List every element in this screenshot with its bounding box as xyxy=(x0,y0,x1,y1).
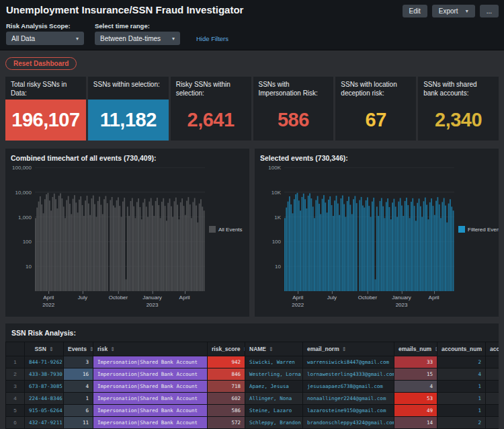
column-header-name[interactable]: NAME⇕ xyxy=(245,342,303,356)
cell-accounts-num[interactable]: 2 xyxy=(437,356,486,368)
cell-emails-num[interactable]: 15 xyxy=(394,368,437,381)
cell-events[interactable]: 4 xyxy=(64,381,93,393)
cell-risk-score[interactable]: 572 xyxy=(208,417,245,429)
column-header-label: email_norm xyxy=(307,346,339,352)
cell-accounts-num[interactable]: 1 xyxy=(437,405,486,417)
cell-emails-num[interactable]: 49 xyxy=(394,405,437,417)
kpi-ssns-within-selection[interactable]: SSNs within selection: 11,182 xyxy=(88,77,169,141)
cell-emails-num[interactable]: 14 xyxy=(394,417,437,429)
cell-events[interactable]: 6 xyxy=(64,405,93,417)
sort-icon[interactable]: ⇕ xyxy=(434,346,437,352)
cell-risk-score[interactable]: 942 xyxy=(208,356,245,368)
cell-risk-score[interactable]: 846 xyxy=(208,368,245,381)
cell-email-norm[interactable]: warrensiwicki8447@gmail.com xyxy=(303,356,394,368)
sort-icon[interactable]: ⇕ xyxy=(89,346,93,352)
cell-risk[interactable]: Impersonation|Shared Bank Account xyxy=(93,368,208,381)
column-header-emails_num[interactable]: emails_num⇕ xyxy=(394,342,437,356)
cell-email-norm[interactable]: lazarosteine9150@gmail.com xyxy=(303,405,394,417)
column-header-email_norm[interactable]: email_norm⇕ xyxy=(303,342,394,356)
sort-icon[interactable]: ⇕ xyxy=(269,346,274,352)
kpi-total-risky-ssns[interactable]: Total risky SSNs in Data: 196,107 xyxy=(5,77,86,141)
cell-risk[interactable]: Impersonation|Shared Bank Account xyxy=(93,381,208,393)
column-header-risk[interactable]: risk⇕ xyxy=(93,342,208,356)
table-row[interactable]: 6432-47-921111Impersonation|Shared Bank … xyxy=(6,417,499,429)
sort-icon[interactable]: ⇕ xyxy=(49,346,54,352)
cell-email-norm[interactable]: jesusaapaez6738@gmail.com xyxy=(303,381,394,393)
column-header-accounts_num[interactable]: accounts_num⇕ xyxy=(437,342,486,356)
table-row[interactable]: 2433-38-793016Impersonation|Shared Bank … xyxy=(6,368,499,381)
cell-emails-num[interactable]: 33 xyxy=(394,356,437,368)
cell-ssn[interactable]: 432-47-9211 xyxy=(25,417,64,429)
cell-ssn[interactable]: 844-71-9262 xyxy=(25,356,64,368)
filtered-events-chart-bars[interactable] xyxy=(284,167,454,291)
table-row[interactable]: 5915-05-62646Impersonation|Shared Bank A… xyxy=(6,405,499,417)
legend-label[interactable]: Filtered Events xyxy=(468,227,499,233)
reset-dashboard-button[interactable]: Reset Dashboard xyxy=(5,57,77,70)
scope-filter-label: Risk Analysis Scope: xyxy=(6,22,71,30)
cell-name[interactable]: Allinger, Nona xyxy=(245,393,303,405)
cell-risk-score[interactable]: 718 xyxy=(208,381,245,393)
column-header-acct_sha[interactable]: acct_sha⇕ xyxy=(486,342,499,356)
cell-email-norm[interactable]: nonaallinger2244@gmail.com xyxy=(303,393,394,405)
cell-risk[interactable]: Impersonation|Shared Bank Account xyxy=(93,417,208,429)
cell-accounts-num[interactable]: 1 xyxy=(437,381,486,393)
cell-risk-score[interactable]: 586 xyxy=(208,405,245,417)
cell-accounts-num[interactable]: 1 xyxy=(437,393,486,405)
cell-events[interactable]: 3 xyxy=(64,356,93,368)
export-button[interactable]: Export ▾ xyxy=(432,5,475,17)
kpi-value: 11,182 xyxy=(88,100,169,141)
sort-icon[interactable]: ⇕ xyxy=(342,346,347,352)
y-axis-tick-label: 10K xyxy=(271,189,281,195)
cell-emails-num[interactable]: 53 xyxy=(394,393,437,405)
column-header-ssn[interactable]: SSN⇕ xyxy=(25,342,64,356)
table-row[interactable]: 3673-87-30854Impersonation|Shared Bank A… xyxy=(6,381,499,393)
edit-button[interactable]: Edit xyxy=(403,5,427,17)
legend-label[interactable]: All Events xyxy=(218,227,243,233)
sort-icon[interactable]: ⇕ xyxy=(110,346,115,352)
cell-acct-sha xyxy=(486,356,499,368)
scope-dropdown[interactable]: All Data ▾ xyxy=(6,32,84,45)
cell-risk[interactable]: Impersonation|Shared Bank Account xyxy=(93,356,208,368)
cell-events[interactable]: 11 xyxy=(64,417,93,429)
cell-rownum: 5 xyxy=(6,405,25,417)
cell-ssn[interactable]: 673-87-3085 xyxy=(25,381,64,393)
cell-ssn[interactable]: 433-38-7930 xyxy=(25,368,64,381)
all-events-chart-bars[interactable] xyxy=(35,167,205,291)
cell-risk[interactable]: Impersonation|Shared Bank Account xyxy=(93,393,208,405)
top-bar: Unemployment Insurance/SSN Fraud Investi… xyxy=(0,0,504,50)
cell-emails-num[interactable]: 4 xyxy=(394,381,437,393)
cell-risk[interactable]: Impersonation|Shared Bank Account xyxy=(93,405,208,417)
filtered-events-plot[interactable] xyxy=(284,167,454,291)
cell-accounts-num[interactable]: 2 xyxy=(437,417,486,429)
more-button[interactable]: ... xyxy=(480,5,499,17)
table-row[interactable]: 1844-71-92623Impersonation|Shared Bank A… xyxy=(6,356,499,368)
cell-name[interactable]: Apaez, Jesusa xyxy=(245,381,303,393)
column-header-events[interactable]: Events⇕ xyxy=(64,342,93,356)
kpi-location-deception[interactable]: SSNs with location deception risk: 67 xyxy=(335,77,416,141)
cell-name[interactable]: Steine, Lazaro xyxy=(245,405,303,417)
kpi-impersonation-risk[interactable]: SSNs with Impersonation Risk: 586 xyxy=(253,77,334,141)
all-events-plot[interactable] xyxy=(35,167,205,291)
cell-ssn[interactable]: 224-44-8346 xyxy=(25,393,64,405)
time-filter-label: Select time range: xyxy=(95,22,150,30)
cell-email-norm[interactable]: lornawesterling4333@gmail.com xyxy=(303,368,394,381)
y-axis-tick-label: 1K xyxy=(274,214,281,220)
cell-risk-score[interactable]: 602 xyxy=(208,393,245,405)
cell-email-norm[interactable]: brandonschleppy4324@gmail.com xyxy=(303,417,394,429)
column-header-risk_score[interactable]: risk_score⇕ xyxy=(208,342,245,356)
hide-filters-link[interactable]: Hide Filters xyxy=(196,35,228,42)
all-events-chart-panel: Combined timechart of all events (730,40… xyxy=(5,149,249,317)
cell-ssn[interactable]: 915-05-6264 xyxy=(25,405,64,417)
cell-name[interactable]: Siwicki, Warren xyxy=(245,356,303,368)
table-row[interactable]: 4224-44-83461Impersonation|Shared Bank A… xyxy=(6,393,499,405)
cell-name[interactable]: Westerling, Lorna xyxy=(245,368,303,381)
cell-accounts-num[interactable]: 4 xyxy=(437,368,486,381)
cell-events[interactable]: 1 xyxy=(64,393,93,405)
cell-events[interactable]: 16 xyxy=(64,368,93,381)
time-range-dropdown[interactable]: Between Date-times ▾ xyxy=(95,32,180,45)
kpi-risky-ssns-selection[interactable]: Risky SSNs within selection: 2,641 xyxy=(171,77,251,141)
kpi-shared-bank-accounts[interactable]: SSNs with shared bank accounts: 2,340 xyxy=(418,77,499,141)
cell-name[interactable]: Schleppy, Brandon xyxy=(245,417,303,429)
table-header-row: SSN⇕Events⇕risk⇕risk_score⇕NAME⇕email_no… xyxy=(6,342,499,356)
column-header-label: acct_sha xyxy=(490,346,499,352)
